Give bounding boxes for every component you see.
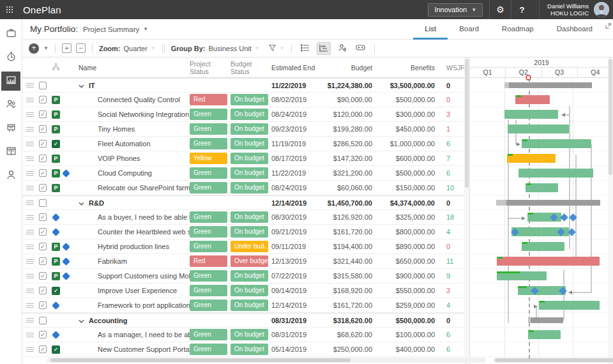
budget-status-chip[interactable]: On budget xyxy=(231,109,268,120)
table-row[interactable]: ✓PRelocate our SharePoint farms to Az...… xyxy=(22,181,464,195)
column-header-budget[interactable]: Budget xyxy=(319,64,379,72)
sidebar-item-board[interactable] xyxy=(1,119,20,138)
vertical-scrollbar[interactable] xyxy=(464,57,469,364)
drag-handle[interactable] xyxy=(22,83,35,87)
group-row[interactable]: R&D12/14/2019$1,450,700.00$4,374,000.000 xyxy=(22,195,464,210)
gantt-view-button[interactable] xyxy=(317,42,331,55)
sidebar-item-resources[interactable] xyxy=(1,95,20,114)
list-view-button[interactable] xyxy=(298,42,312,55)
gantt-task-bar[interactable] xyxy=(507,154,556,163)
row-checkbox[interactable]: ✓ xyxy=(39,125,47,133)
group-row[interactable]: Accounting08/31/2019$318,620.00$500,000.… xyxy=(22,313,464,328)
budget-status-chip[interactable]: On budget xyxy=(231,285,268,296)
resource-view-button[interactable] xyxy=(335,42,349,55)
budget-status-chip[interactable]: On budget xyxy=(231,300,268,311)
sidebar-item-plans[interactable] xyxy=(1,142,20,162)
gantt-task-bar[interactable] xyxy=(528,330,561,339)
drag-handle[interactable] xyxy=(22,142,35,146)
project-status-chip[interactable]: Green xyxy=(190,123,227,135)
view-selector[interactable]: Project Summary ▼ xyxy=(83,26,148,33)
group-row[interactable]: IT11/22/2019$1,224,380.00$3,500,000.000 xyxy=(22,78,464,93)
drag-handle[interactable] xyxy=(22,171,35,176)
gantt-group-bar[interactable] xyxy=(528,317,563,323)
column-header-benefits[interactable]: Benefits xyxy=(379,64,441,72)
row-checkbox[interactable] xyxy=(39,317,47,324)
project-status-chip[interactable]: Green xyxy=(190,329,227,340)
budget-status-chip[interactable]: On budget xyxy=(231,182,268,193)
column-header-estimated-end[interactable]: Estimated End xyxy=(271,64,319,72)
today-marker-icon[interactable] xyxy=(526,75,531,80)
tab-board[interactable]: Board xyxy=(448,25,490,40)
gantt-task-bar[interactable] xyxy=(504,110,558,119)
table-row[interactable]: ✓PCloud ComputingGreenOn budget11/22/201… xyxy=(22,166,464,181)
table-row[interactable]: ✓PHybrid production linesGreenUnder bud.… xyxy=(22,239,464,254)
budget-status-chip[interactable]: On budget xyxy=(231,153,268,164)
settings-gear-icon[interactable]: ⚙ xyxy=(489,0,511,19)
gantt-task-bar[interactable] xyxy=(497,271,547,280)
budget-status-chip[interactable]: Under bud... xyxy=(231,241,268,252)
table-row[interactable]: ✓✓New Customer Support PortalGreenOn bud… xyxy=(22,342,464,357)
filter-button[interactable]: ▼ xyxy=(268,43,285,53)
sidebar-item-portfolio[interactable] xyxy=(1,24,20,43)
row-checkbox[interactable]: ✓ xyxy=(39,331,47,338)
tab-roadmap[interactable]: Roadmap xyxy=(490,25,545,40)
project-status-chip[interactable]: Green xyxy=(190,285,227,296)
row-checkbox[interactable]: ✓ xyxy=(39,155,47,162)
drag-handle[interactable] xyxy=(22,186,35,190)
project-status-chip[interactable]: Green xyxy=(190,226,227,238)
plan-selector[interactable]: Innovation ▼ xyxy=(428,3,483,17)
row-checkbox[interactable]: ✓ xyxy=(39,287,47,294)
gantt-task-bar[interactable] xyxy=(539,301,600,310)
table-row[interactable]: ✓✓Improve User ExperienceGreenOn budget0… xyxy=(22,284,464,298)
row-checkbox[interactable] xyxy=(39,82,47,89)
drag-handle[interactable] xyxy=(22,98,35,102)
groupby-selector[interactable]: Group By: Business Unit ▼ xyxy=(171,45,260,52)
table-row[interactable]: ✓Framework to port applications to a...G… xyxy=(22,298,464,313)
avatar[interactable] xyxy=(594,2,609,17)
drag-handle[interactable] xyxy=(22,230,35,234)
project-status-chip[interactable]: Red xyxy=(190,94,227,105)
expand-icon[interactable] xyxy=(605,20,611,31)
chevron-down-icon[interactable] xyxy=(79,199,84,207)
table-row[interactable]: ✓Counter the Heartbleed web securit...Gr… xyxy=(22,225,464,239)
project-status-chip[interactable]: Green xyxy=(190,167,227,179)
row-checkbox[interactable]: ✓ xyxy=(39,213,47,221)
budget-status-chip[interactable]: On budget xyxy=(231,211,268,223)
gantt-task-bar[interactable] xyxy=(522,242,564,251)
table-row[interactable]: ✓PConnected Quality ControlRedOn budget0… xyxy=(22,93,464,107)
column-header-project-status[interactable]: Project Status xyxy=(190,60,231,75)
drag-handle[interactable] xyxy=(22,215,35,220)
help-icon[interactable]: ? xyxy=(511,0,533,19)
gantt-task-bar[interactable] xyxy=(508,125,569,133)
table-row[interactable]: ✓PSupport Customers using MobileGreenOn … xyxy=(22,269,464,284)
row-checkbox[interactable]: ✓ xyxy=(39,272,47,280)
table-horizontal-scrollbar[interactable] xyxy=(47,358,486,363)
gantt-vertical-scrollbar[interactable] xyxy=(608,57,613,364)
budget-status-chip[interactable]: On budget xyxy=(231,123,268,135)
user-info[interactable]: Daniel Williams HOKU LOGIC xyxy=(539,0,589,19)
row-checkbox[interactable]: ✓ xyxy=(39,228,47,236)
row-checkbox[interactable]: ✓ xyxy=(39,169,47,177)
project-status-chip[interactable]: Green xyxy=(190,109,227,120)
table-row[interactable]: ✓As a manager, I need to be able to v...… xyxy=(22,328,464,342)
budget-status-chip[interactable]: On budget xyxy=(231,138,268,149)
drag-handle[interactable] xyxy=(22,201,35,205)
project-status-chip[interactable]: Green xyxy=(190,138,227,149)
add-button[interactable]: + xyxy=(29,43,39,54)
row-checkbox[interactable] xyxy=(39,199,47,207)
drag-handle[interactable] xyxy=(22,274,35,278)
expand-all-button[interactable]: + xyxy=(62,43,72,53)
zoom-selector[interactable]: Zoom: Quarter ▼ xyxy=(99,45,156,52)
column-header-name[interactable]: Name xyxy=(79,64,190,72)
row-checkbox[interactable]: ✓ xyxy=(39,345,47,353)
drag-handle[interactable] xyxy=(22,289,35,293)
row-checkbox[interactable]: ✓ xyxy=(39,257,47,265)
sidebar-item-insights[interactable] xyxy=(1,72,20,91)
table-row[interactable]: ✓✓Fleet AutomationGreenOn budget11/19/20… xyxy=(22,137,464,151)
project-status-chip[interactable]: Green xyxy=(190,241,227,252)
project-status-chip[interactable]: Green xyxy=(190,182,227,193)
budget-status-chip[interactable]: On budget xyxy=(231,167,268,179)
table-row[interactable]: ✓PTiny HomesGreenOn budget09/23/2019$199… xyxy=(22,122,464,137)
tab-dashboard[interactable]: Dashboard xyxy=(545,25,604,40)
sidebar-item-timesheet[interactable] xyxy=(1,48,20,67)
